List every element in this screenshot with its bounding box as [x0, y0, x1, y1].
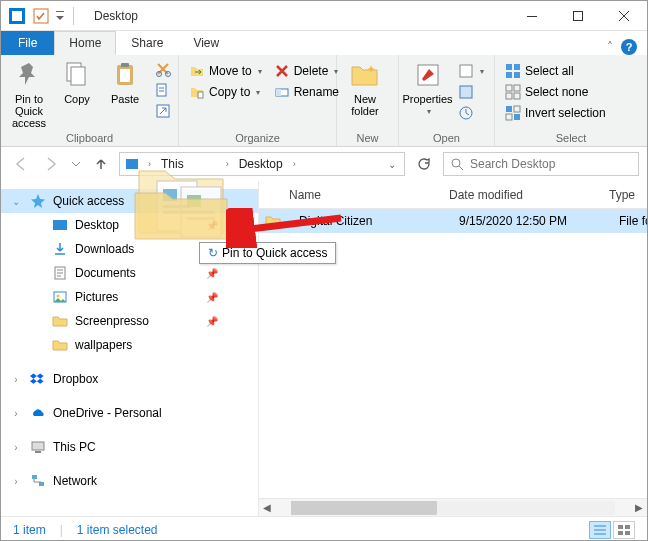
expand-icon[interactable]: ›	[9, 476, 23, 487]
select-none-button[interactable]: Select none	[501, 82, 610, 102]
nav-up-button[interactable]	[89, 152, 113, 176]
view-details-button[interactable]	[589, 521, 611, 539]
nav-screenpresso[interactable]: Screenpresso 📌	[1, 309, 258, 333]
tab-home[interactable]: Home	[54, 31, 116, 55]
view-icons-button[interactable]	[613, 521, 635, 539]
documents-folder-icon	[51, 264, 69, 282]
paste-button[interactable]: Paste	[101, 57, 149, 107]
copy-path-button[interactable]	[151, 80, 175, 100]
open-button-sm[interactable]: ▾	[454, 61, 488, 81]
svg-rect-10	[120, 69, 130, 82]
desktop-folder-icon	[51, 216, 69, 234]
svg-rect-7	[71, 67, 85, 85]
qat-properties-icon[interactable]	[31, 6, 51, 26]
invert-selection-button[interactable]: Invert selection	[501, 103, 610, 123]
nav-pictures[interactable]: Pictures 📌	[1, 285, 258, 309]
svg-rect-3	[56, 11, 64, 12]
svg-rect-5	[574, 11, 583, 20]
help-icon[interactable]: ?	[621, 39, 637, 55]
svg-rect-15	[198, 92, 203, 98]
address-dropdown-icon[interactable]: ⌄	[384, 159, 400, 170]
column-name[interactable]: Name	[277, 188, 437, 202]
column-type[interactable]: Type	[597, 188, 647, 202]
expand-icon[interactable]: ⌄	[9, 196, 23, 207]
close-button[interactable]	[601, 1, 647, 31]
scroll-left-icon[interactable]: ◀	[259, 502, 275, 513]
svg-line-56	[241, 218, 341, 230]
svg-rect-24	[506, 72, 512, 78]
rename-icon	[274, 84, 290, 100]
svg-rect-22	[506, 64, 512, 70]
svg-rect-29	[514, 93, 520, 99]
pin-icon: 📌	[206, 316, 222, 327]
drag-ghost-folder	[131, 153, 231, 243]
breadcrumb-desktop[interactable]: Desktop	[237, 157, 285, 171]
qat-dropdown-icon[interactable]	[55, 6, 65, 26]
app-icon	[7, 6, 27, 26]
search-input[interactable]: Search Desktop	[443, 152, 639, 176]
tab-file[interactable]: File	[1, 31, 54, 55]
tab-share[interactable]: Share	[116, 31, 178, 55]
scroll-thumb[interactable]	[291, 501, 437, 515]
nav-recent-button[interactable]	[69, 152, 83, 176]
svg-rect-41	[35, 451, 41, 453]
expand-icon[interactable]: ›	[9, 442, 23, 453]
delete-icon	[274, 63, 290, 79]
nav-thispc[interactable]: › This PC	[1, 435, 258, 459]
nav-forward-button[interactable]	[39, 152, 63, 176]
cut-button[interactable]	[151, 59, 175, 79]
thispc-icon	[29, 438, 47, 456]
svg-rect-25	[514, 72, 520, 78]
properties-icon	[412, 59, 444, 91]
edit-button-sm[interactable]	[454, 82, 488, 102]
paste-shortcut-button[interactable]	[151, 101, 175, 121]
svg-rect-30	[506, 106, 512, 112]
copy-button[interactable]: Copy	[53, 57, 101, 107]
rename-button[interactable]: Rename	[270, 82, 343, 102]
collapse-ribbon-icon[interactable]: ˄	[607, 40, 613, 54]
nav-network[interactable]: › Network	[1, 469, 258, 493]
pin-icon: 📌	[206, 268, 222, 279]
properties-button[interactable]: Properties▾	[403, 57, 452, 118]
group-open-label: Open	[403, 131, 490, 145]
history-button-sm[interactable]	[454, 103, 488, 123]
copy-to-button[interactable]: Copy to▾	[185, 82, 266, 102]
expand-icon[interactable]: ›	[9, 408, 23, 419]
svg-rect-26	[506, 85, 512, 91]
nav-wallpapers[interactable]: wallpapers	[1, 333, 258, 357]
column-headers: Name Date modified Type	[259, 181, 647, 209]
nav-documents[interactable]: Documents 📌	[1, 261, 258, 285]
svg-rect-40	[32, 442, 44, 450]
delete-button[interactable]: Delete▾	[270, 61, 343, 81]
maximize-button[interactable]	[555, 1, 601, 31]
nav-dropbox[interactable]: › Dropbox	[1, 367, 258, 391]
new-folder-button[interactable]: New folder	[341, 57, 389, 119]
select-all-button[interactable]: Select all	[501, 61, 610, 81]
select-none-icon	[505, 84, 521, 100]
group-select-label: Select	[499, 131, 643, 145]
nav-onedrive[interactable]: › OneDrive - Personal	[1, 401, 258, 425]
breadcrumb-chevron-icon[interactable]: ›	[289, 159, 300, 169]
expand-icon[interactable]: ›	[9, 374, 23, 385]
tab-view[interactable]: View	[178, 31, 234, 55]
paste-icon	[109, 59, 141, 91]
file-date: 9/15/2020 12:50 PM	[447, 214, 607, 228]
window-controls	[509, 1, 647, 31]
title-bar: Desktop	[1, 1, 647, 31]
column-date[interactable]: Date modified	[437, 188, 597, 202]
copy-path-icon	[155, 82, 171, 98]
minimize-button[interactable]	[509, 1, 555, 31]
window-title: Desktop	[84, 9, 138, 23]
scroll-right-icon[interactable]: ▶	[631, 502, 647, 513]
status-bar: 1 item | 1 item selected	[1, 516, 647, 541]
refresh-button[interactable]	[411, 152, 437, 176]
pin-to-quick-access-button[interactable]: Pin to Quick access	[5, 57, 53, 131]
move-to-button[interactable]: Move to▾	[185, 61, 266, 81]
horizontal-scrollbar[interactable]: ◀ ▶	[259, 498, 647, 516]
chevron-down-icon: ▾	[256, 88, 260, 97]
svg-rect-27	[514, 85, 520, 91]
invert-selection-icon	[505, 105, 521, 121]
nav-back-button[interactable]	[9, 152, 33, 176]
group-new-label: New	[341, 131, 394, 145]
copy-icon	[61, 59, 93, 91]
